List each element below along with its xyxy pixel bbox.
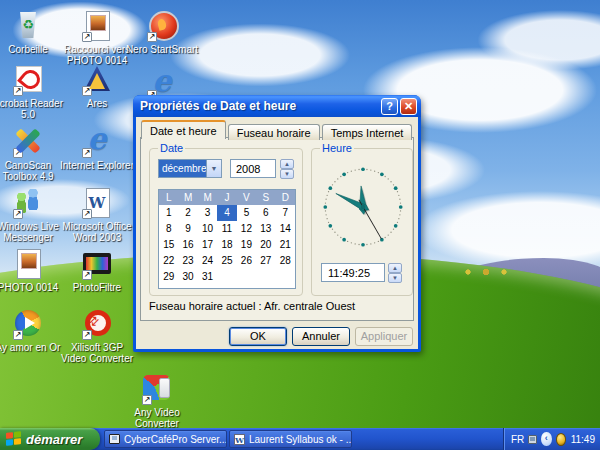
year-spinner[interactable]: ▲▼ [280,159,294,178]
spin-down-icon[interactable]: ▼ [388,273,402,283]
desktop-icon-label: PhotoFiltre [58,282,136,293]
shortcut-arrow-icon [147,32,157,42]
start-button[interactable]: démarrer [0,428,100,450]
desktop-icon-label: Nero StartSmart [123,44,201,55]
calendar-day[interactable]: 14 [276,221,295,237]
calendar-day[interactable]: 10 [198,221,217,237]
calendar-day[interactable]: 12 [237,221,256,237]
taskbar-window-1[interactable]: CyberCaféPro Server... [104,430,227,448]
calendar-day[interactable]: 31 [198,269,217,285]
desktop-icon-label: CanoScan Toolbox 4.9 [0,160,67,182]
system-tray: FR ‹ 11:49 [503,428,600,450]
calendar-day[interactable]: 26 [237,253,256,269]
desktop-icon-nero[interactable]: Nero StartSmart [123,8,201,55]
calendar-day[interactable]: 5 [237,205,256,221]
desktop-icon-label: PHOTO 0014 [0,282,67,293]
cancel-button[interactable]: Annuler [292,327,350,346]
calendar-day[interactable]: 28 [276,253,295,269]
spin-down-icon[interactable]: ▼ [280,169,294,179]
desktop-icon-acrobat[interactable]: Acrobat Reader 5.0 [0,62,67,120]
calendar-day[interactable]: 21 [276,237,295,253]
calendar-day[interactable]: 30 [178,269,197,285]
shortcut-arrow-icon [13,330,23,340]
spin-up-icon[interactable]: ▲ [388,263,402,273]
calendar-day[interactable]: 27 [256,253,275,269]
calendar-day[interactable]: 15 [159,237,178,253]
close-icon[interactable]: ✕ [400,98,417,115]
desktop-icon-label: Windows Live Messenger [0,221,67,243]
nero-icon [145,8,179,42]
desktop-icon-word[interactable]: Microsoft Office Word 2003 [58,185,136,243]
desktop-icon-xilisoft[interactable]: Xilisoft 3GP Video Converter [58,306,136,364]
desktop-icon-canoscan[interactable]: CanoScan Toolbox 4.9 [0,124,67,182]
calendar-weekday: M [198,190,217,205]
calendar-day[interactable]: 8 [159,221,178,237]
date-group-label: Date [158,142,185,154]
desktop-icon-label: Internet Explorer [58,160,136,171]
word-icon: W [234,434,245,445]
chevron-down-icon[interactable]: ▼ [206,160,221,177]
calendar-day[interactable]: 17 [198,237,217,253]
tray-monitor-icon[interactable] [528,435,537,444]
desktop: CorbeilleRaccourci vers PHOTO 0014Nero S… [0,0,600,450]
desktop-icon-photo[interactable]: PHOTO 0014 [0,246,67,293]
calendar-day[interactable]: 13 [256,221,275,237]
calendar-day[interactable]: 4 [217,205,236,221]
month-dropdown[interactable]: décembre ▼ [158,159,222,178]
calendar-day[interactable]: 1 [159,205,178,221]
recycle-bin-icon [11,8,45,42]
time-input[interactable]: 11:49:25 [321,263,385,282]
ok-button[interactable]: OK [229,327,287,346]
messenger-icon [11,185,45,219]
taskbar-window-label: CyberCaféPro Server... [124,434,227,445]
taskbar-clock[interactable]: 11:49 [571,434,595,445]
spin-up-icon[interactable]: ▲ [280,159,294,169]
dialog-titlebar[interactable]: Propriétés de Date et heure ? ✕ [133,95,421,117]
desktop-icon-recycle-bin[interactable]: Corbeille [0,8,67,55]
language-indicator[interactable]: FR [511,434,524,445]
calendar-weekday: D [276,190,295,205]
calendar-day[interactable]: 24 [198,253,217,269]
year-input[interactable]: 2008 [230,159,276,178]
calendar-day[interactable]: 23 [178,253,197,269]
tab-strip: Date et heureFuseau horaireTemps Interne… [141,120,414,138]
calendar-day[interactable]: 20 [256,237,275,253]
shortcut-arrow-icon [82,32,92,42]
calendar-day[interactable]: 16 [178,237,197,253]
tab-date-et-heure[interactable]: Date et heure [141,120,226,139]
photo-icon [11,246,45,280]
calendar-weekday: J [217,190,236,205]
calendar-day[interactable]: 19 [237,237,256,253]
help-button[interactable]: ? [381,98,398,115]
desktop-icon-anyvideo[interactable]: Any Video Converter [118,371,196,429]
calendar-day[interactable]: 25 [217,253,236,269]
monitor-icon [109,434,120,444]
tab-temps-internet[interactable]: Temps Internet [322,124,413,140]
windows-logo-icon [6,431,21,447]
calendar-day[interactable]: 3 [198,205,217,221]
anyvideo-icon [140,371,174,405]
calendar-day[interactable]: 9 [178,221,197,237]
calendar-day[interactable]: 2 [178,205,197,221]
taskbar-window-2[interactable]: WLaurent Syllabus ok - ... [229,430,352,448]
desktop-icon-photofiltre[interactable]: PhotoFiltre [58,246,136,293]
calendar-day[interactable]: 7 [276,205,295,221]
tray-antivirus-icon[interactable] [556,433,566,446]
desktop-icon-messenger[interactable]: Windows Live Messenger [0,185,67,243]
show-hidden-icons-button[interactable]: ‹ [541,432,551,446]
calendar-day[interactable]: 11 [217,221,236,237]
tab-fuseau-horaire[interactable]: Fuseau horaire [228,124,320,140]
shortcut-arrow-icon [142,395,152,405]
acrobat-icon [11,62,45,96]
desktop-icon-media-player[interactable]: Ay amor en Or [0,306,67,353]
calendar-day[interactable]: 22 [159,253,178,269]
analog-clock [317,161,409,253]
calendar-day[interactable]: 6 [256,205,275,221]
time-spinner[interactable]: ▲▼ [388,263,402,282]
desktop-icon-internet-explorer[interactable]: Internet Explorer [58,124,136,171]
shortcut-arrow-icon [13,209,23,219]
calendar-header: LMMJVSD [159,190,295,205]
taskbar-window-label: Laurent Syllabus ok - ... [249,434,352,445]
calendar-day[interactable]: 18 [217,237,236,253]
calendar-day[interactable]: 29 [159,269,178,285]
